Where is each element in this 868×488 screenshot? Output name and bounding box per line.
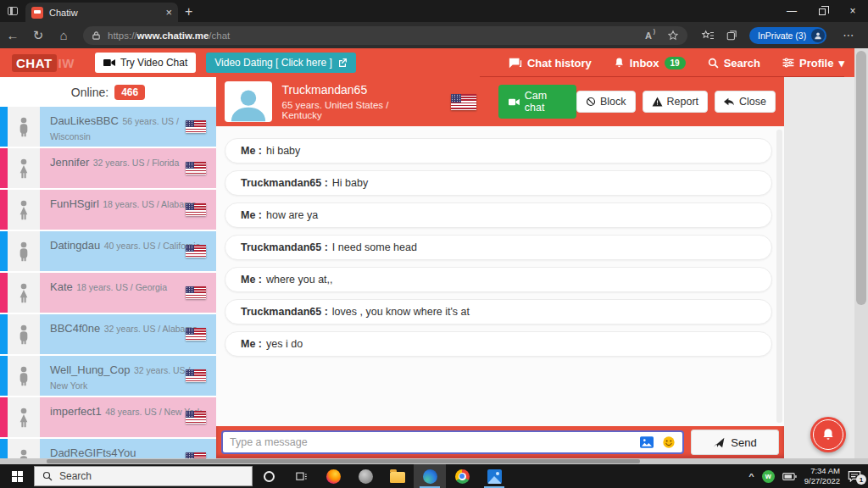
home-icon[interactable]: ⌂	[51, 28, 76, 42]
favorite-add-icon[interactable]	[667, 30, 679, 42]
chatiw-logo[interactable]: CHAT IW	[12, 54, 75, 72]
browser-tabstrip: Chatiw × + — ×	[0, 0, 868, 22]
chat-panel: Truckmandan65 65 years. United States / …	[216, 77, 784, 458]
address-bar[interactable]: https://www.chatiw.me/chat A	[83, 26, 687, 45]
restore-icon	[819, 8, 826, 15]
tray-expand-icon[interactable]: ^	[748, 472, 754, 480]
user-icon-col	[8, 439, 40, 458]
vertical-scrollbar-thumb[interactable]	[856, 51, 866, 305]
browser-tab-chatiw[interactable]: Chatiw ×	[25, 3, 178, 22]
female-person-icon	[17, 158, 31, 179]
tab-search-icon[interactable]	[0, 0, 25, 22]
user-details: 18 years. US / Georgia	[76, 282, 167, 292]
male-person-icon	[17, 117, 31, 137]
user-list-item[interactable]: Jennifer 32 years. US / Florida	[0, 148, 216, 190]
notification-count-badge: 1	[856, 474, 866, 485]
firefox-button[interactable]	[317, 464, 349, 488]
photos-icon	[487, 469, 502, 484]
vertical-scrollbar[interactable]	[854, 48, 868, 458]
file-explorer-button[interactable]	[381, 464, 414, 488]
inprivate-badge[interactable]: InPrivate (3)	[749, 27, 826, 44]
window-controls: — ×	[776, 0, 868, 22]
message-text: Hi baby	[332, 177, 368, 189]
user-list-item[interactable]: imperfect1 48 years. US / New York	[0, 397, 216, 439]
edge-button[interactable]	[414, 464, 446, 488]
message-sender: Truckmandan65 :	[241, 306, 328, 318]
chat-message: Truckmandan65 : I need some head	[225, 235, 772, 260]
peer-details: 65 years. United States / Kentucky	[282, 100, 420, 120]
messages-scrollbar[interactable]	[776, 130, 782, 423]
refresh-icon[interactable]: ↻	[25, 28, 51, 43]
clock-date: 9/27/2022	[804, 476, 840, 486]
user-list-item[interactable]: Well_Hung_Cop 32 years. US / New York	[0, 356, 216, 397]
block-button[interactable]: Block	[576, 91, 636, 113]
back-icon[interactable]: ←	[0, 28, 25, 42]
browser-menu-icon[interactable]: ⋯	[843, 29, 854, 42]
task-view-button[interactable]	[285, 464, 317, 488]
tray-app-icon[interactable]: w	[762, 470, 775, 483]
message-sender: Me :	[241, 209, 262, 221]
user-name: DauLikesBBC	[50, 114, 119, 127]
chat-message: Truckmandan65 : Hi baby	[225, 170, 772, 196]
report-button[interactable]: Report	[643, 91, 709, 113]
cam-chat-button[interactable]: Cam chat	[498, 85, 576, 119]
app-orb-button[interactable]	[349, 464, 381, 488]
message-text: yes i do	[266, 338, 303, 350]
favorites-bar-icon[interactable]	[701, 30, 715, 42]
video-dating-button[interactable]: Video Dating [ Click here ]	[206, 53, 356, 73]
read-aloud-icon[interactable]: A	[645, 30, 655, 41]
taskbar-search[interactable]: Search	[34, 466, 253, 486]
nav-inbox[interactable]: Inbox 19	[614, 57, 686, 69]
notification-bell-button[interactable]	[810, 417, 846, 452]
try-video-chat-button[interactable]: Try Video Chat	[95, 53, 196, 73]
image-attach-icon[interactable]	[640, 436, 654, 448]
user-list-item[interactable]: DauLikesBBC 56 years. US / Wisconsin	[0, 107, 216, 148]
taskbar-search-label: Search	[59, 470, 92, 482]
chat-bubble-icon	[509, 58, 522, 69]
user-card: Jennifer 32 years. US / Florida	[40, 148, 216, 188]
close-label: Close	[739, 96, 766, 108]
horizontal-scrollbar-thumb[interactable]	[47, 459, 640, 463]
close-window-button[interactable]: ×	[837, 0, 868, 22]
nav-search[interactable]: Search	[708, 57, 760, 69]
inbox-count-badge: 19	[665, 57, 686, 69]
nav-chat-history[interactable]: Chat history	[509, 57, 592, 69]
nav-profile[interactable]: Profile ▾	[782, 57, 844, 69]
horizontal-scrollbar[interactable]	[0, 458, 868, 464]
chrome-button[interactable]	[446, 464, 478, 488]
start-button[interactable]	[0, 464, 34, 488]
send-plane-icon	[713, 437, 725, 448]
send-button[interactable]: Send	[691, 430, 779, 455]
user-list-item[interactable]: BBC4f0ne 32 years. US / Alabama	[0, 314, 216, 356]
male-person-icon	[17, 449, 31, 459]
taskbar-clock[interactable]: 7:34 AM 9/27/2022	[804, 466, 840, 487]
message-input[interactable]	[230, 436, 632, 448]
us-flag-icon	[186, 328, 206, 341]
restore-button[interactable]	[807, 0, 837, 22]
logo-text: CHAT	[12, 54, 57, 72]
message-text: where you at,,	[266, 274, 333, 286]
emoji-icon[interactable]	[662, 435, 676, 449]
tab-close-icon[interactable]: ×	[165, 7, 172, 18]
user-name: FunHSgirl	[50, 197, 99, 210]
battery-icon[interactable]	[782, 472, 797, 481]
user-list-item[interactable]: FunHSgirl 18 years. US / Alabama	[0, 190, 216, 231]
try-video-chat-label: Try Video Chat	[120, 57, 187, 69]
user-list-item[interactable]: Datingdau 40 years. US / California	[0, 231, 216, 273]
photos-button[interactable]	[478, 464, 510, 488]
user-name: Jennifer	[50, 156, 89, 169]
site-header: CHAT IW Try Video Chat Video Dating [ Cl…	[0, 48, 868, 77]
new-tab-button[interactable]: +	[185, 4, 192, 19]
user-name: imperfect1	[50, 405, 102, 418]
gender-stripe	[0, 107, 8, 147]
user-details: 32 years. US / Florida	[93, 158, 180, 168]
action-center-button[interactable]: 1	[848, 470, 861, 482]
collections-icon[interactable]	[726, 30, 738, 42]
close-chat-button[interactable]: Close	[715, 91, 776, 113]
user-list-item[interactable]: Kate 18 years. US / Georgia	[0, 273, 216, 314]
cortana-button[interactable]	[253, 464, 285, 488]
user-list-item[interactable]: DadReGIFts4You	[0, 439, 216, 458]
user-card: Datingdau 40 years. US / California	[40, 231, 216, 271]
minimize-button[interactable]: —	[776, 0, 807, 22]
cortana-icon	[264, 471, 275, 482]
